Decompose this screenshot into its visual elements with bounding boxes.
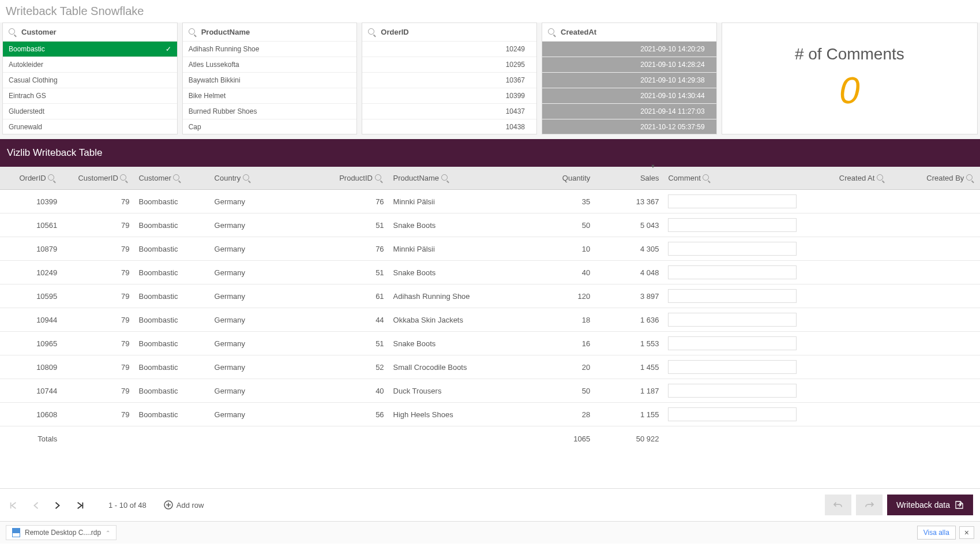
list-item[interactable]: Baywatch Bikkini [183, 73, 357, 88]
table-row: 1094479BoombasticGermany44Okkaba Skin Ja… [0, 308, 980, 332]
col-customerid[interactable]: CustomerID [62, 167, 134, 190]
comment-input[interactable] [668, 313, 796, 327]
redo-icon [864, 501, 874, 509]
cell-comment [663, 403, 801, 426]
close-button[interactable]: × [959, 526, 974, 539]
cell-productname: High Heels Shoes [389, 403, 513, 426]
comment-input[interactable] [668, 289, 796, 303]
filter-header-product[interactable]: ProductName [183, 23, 357, 42]
list-item[interactable]: Autokleider [3, 57, 177, 73]
cell-createdby [891, 308, 980, 332]
list-item[interactable]: Bike Helmet [183, 88, 357, 104]
pager-last-button[interactable] [74, 497, 87, 512]
cell-productname: Snake Boots [389, 261, 513, 284]
writeback-button[interactable]: Writeback data [887, 495, 973, 515]
cell-country: Germany [210, 237, 320, 261]
page-title: Writeback Table Snowflake [0, 0, 980, 23]
totals-sales: 50 922 [595, 426, 663, 448]
cell-productid: 51 [320, 214, 388, 237]
list-item[interactable]: Eintrach GS [3, 88, 177, 104]
list-item[interactable]: 10295 [362, 57, 536, 73]
cell-orderid: 10809 [0, 355, 62, 379]
list-item[interactable]: 10437 [362, 104, 536, 119]
list-item[interactable]: Adihash Running Shoe [183, 42, 357, 57]
comment-input[interactable] [668, 194, 796, 208]
list-item[interactable]: 2021-09-10 14:30:44 [542, 88, 716, 104]
list-item[interactable]: 10438 [362, 119, 536, 134]
pager-prev-button[interactable] [30, 497, 42, 512]
comment-input[interactable] [668, 407, 796, 421]
col-createdat[interactable]: Created At [801, 167, 891, 190]
filter-header-created[interactable]: CreatedAt [542, 23, 716, 42]
list-item[interactable]: 2021-09-10 14:20:29 [542, 42, 716, 57]
col-comment[interactable]: Comment [663, 167, 801, 190]
cell-createdby [891, 237, 980, 261]
redo-button[interactable] [856, 495, 883, 515]
search-icon [9, 28, 18, 36]
list-item[interactable]: Boombastic [3, 42, 177, 57]
list-item[interactable]: 2021-10-12 05:37:59 [542, 119, 716, 134]
cell-createdat [801, 214, 891, 237]
col-country[interactable]: Country [210, 167, 320, 190]
search-icon [243, 174, 252, 182]
col-productid[interactable]: ProductID [320, 167, 388, 190]
totals-quantity: 1065 [512, 426, 595, 448]
filter-panel-order: OrderID 102491029510367103991043710438 [362, 23, 537, 134]
cell-sales: 1 636 [595, 308, 663, 332]
comment-input[interactable] [668, 265, 796, 279]
list-item[interactable]: Atles Lussekofta [183, 57, 357, 73]
list-item[interactable]: Gluderstedt [3, 104, 177, 119]
col-productname[interactable]: ProductName [389, 167, 513, 190]
filter-header-customer[interactable]: Customer [3, 23, 177, 42]
cell-sales: 4 048 [595, 261, 663, 284]
cell-comment [663, 332, 801, 355]
list-item[interactable]: Burned Rubber Shoes [183, 104, 357, 119]
col-quantity[interactable]: Quantity [512, 167, 595, 190]
pager-first-button[interactable] [7, 497, 20, 512]
cell-sales: 13 367 [595, 190, 663, 214]
cell-country: Germany [210, 308, 320, 332]
filter-list-product: Adihash Running ShoeAtles LussekoftaBayw… [183, 42, 357, 134]
list-item[interactable]: Cap [183, 119, 357, 134]
list-item[interactable]: 10399 [362, 88, 536, 104]
comment-input[interactable] [668, 336, 796, 350]
cell-sales: 4 305 [595, 237, 663, 261]
add-row-button[interactable]: Add row [164, 500, 204, 510]
list-item[interactable]: 2021-09-10 14:29:38 [542, 73, 716, 88]
undo-button[interactable] [825, 495, 851, 515]
col-createdby[interactable]: Created By [891, 167, 980, 190]
list-item[interactable]: Casual Clothing [3, 73, 177, 88]
list-item[interactable]: 10249 [362, 42, 536, 57]
filter-list-order: 102491029510367103991043710438 [362, 42, 536, 134]
table-row: 1087979BoombasticGermany76Minnki Pälsii1… [0, 237, 980, 261]
cell-productname: Small Crocodile Boots [389, 355, 513, 379]
table-row: 1024979BoombasticGermany51Snake Boots404… [0, 261, 980, 284]
list-item[interactable]: 10367 [362, 73, 536, 88]
cell-sales: 1 553 [595, 332, 663, 355]
cell-productid: 52 [320, 355, 388, 379]
pager-next-button[interactable] [52, 497, 63, 512]
col-customer[interactable]: Customer [134, 167, 209, 190]
list-item[interactable]: 2021-09-14 11:27:03 [542, 104, 716, 119]
download-filename: Remote Desktop C....rdp [25, 529, 101, 537]
list-item[interactable]: 2021-09-10 14:28:24 [542, 57, 716, 73]
table-row: 1056179BoombasticGermany51Snake Boots505… [0, 214, 980, 237]
comment-input[interactable] [668, 218, 796, 232]
download-item[interactable]: Remote Desktop C....rdp ⌃ [6, 525, 117, 540]
search-icon [548, 28, 557, 36]
cell-quantity: 40 [512, 261, 595, 284]
filter-header-order[interactable]: OrderID [362, 23, 536, 42]
cell-quantity: 16 [512, 332, 595, 355]
cell-customer: Boombastic [134, 190, 209, 214]
filter-list-created: 2021-09-10 14:20:292021-09-10 14:28:2420… [542, 42, 716, 134]
col-sales[interactable]: Sales [595, 167, 663, 190]
cell-comment [663, 308, 801, 332]
show-all-button[interactable]: Visa alla [917, 526, 956, 540]
col-orderid[interactable]: OrderID [0, 167, 62, 190]
list-item[interactable]: Grunewald [3, 119, 177, 134]
add-row-label: Add row [177, 501, 204, 510]
cell-quantity: 120 [512, 284, 595, 308]
comment-input[interactable] [668, 242, 796, 256]
comment-input[interactable] [668, 384, 796, 398]
comment-input[interactable] [668, 360, 796, 374]
